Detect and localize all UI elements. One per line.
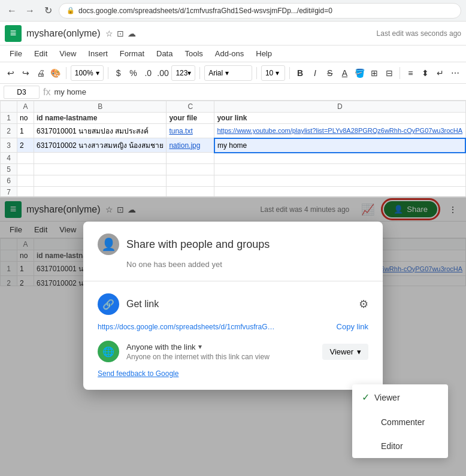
zoom-dropdown[interactable]: 100%▾ <box>71 65 104 81</box>
toolbar-sep-6 <box>400 67 400 79</box>
cell-d2[interactable]: https://www.youtube.com/playlist?list=PL… <box>214 124 465 138</box>
strikethrough-button[interactable]: S <box>323 65 336 81</box>
cell-b4[interactable] <box>34 153 167 164</box>
cell-d4[interactable] <box>214 153 465 164</box>
cell-a2[interactable]: 1 <box>17 124 34 138</box>
currency-button[interactable]: $ <box>112 65 125 81</box>
cell-c6[interactable] <box>167 175 214 187</box>
cell-c7[interactable] <box>167 187 214 198</box>
cell-b7[interactable] <box>34 187 167 198</box>
link-url[interactable]: https://docs.google.com/spreadsheets/d/1… <box>98 323 277 331</box>
cell-a5[interactable] <box>17 164 34 175</box>
dropdown-item-viewer[interactable]: ✓ Viewer <box>352 384 448 410</box>
back-button[interactable]: ← <box>5 4 19 18</box>
cell-d3[interactable]: my home <box>214 138 465 153</box>
cloud-icon[interactable]: ☁ <box>128 29 136 38</box>
col-header-a[interactable]: A <box>17 101 34 113</box>
star-icon[interactable]: ☆ <box>105 29 113 38</box>
menu-help[interactable]: Help <box>251 48 277 59</box>
check-icon: ✓ <box>362 392 370 403</box>
move-icon[interactable]: ⊡ <box>117 29 124 38</box>
borders-button[interactable]: ⊞ <box>368 65 381 81</box>
anyone-row: 🌐 Anyone with the link ▾ Anyone on the i… <box>98 341 368 362</box>
settings-button[interactable]: ⚙ <box>359 298 368 311</box>
dropdown-item-editor[interactable]: Editor <box>352 434 448 458</box>
format-dropdown[interactable]: 123▾ <box>171 65 195 81</box>
row-num-2: 2 <box>1 124 17 138</box>
col-header-c[interactable]: C <box>167 101 214 113</box>
menu-edit[interactable]: Edit <box>29 48 52 59</box>
menu-tools[interactable]: Tools <box>180 48 207 59</box>
decimal1-button[interactable]: .0 <box>142 65 155 81</box>
anyone-dropdown-arrow[interactable]: ▾ <box>198 342 202 351</box>
print-button[interactable]: 🖨 <box>35 65 47 81</box>
refresh-button[interactable]: ↻ <box>41 4 55 18</box>
menu-addons[interactable]: Add-ons <box>210 48 249 59</box>
menu-insert[interactable]: Insert <box>83 48 113 59</box>
cell-ref[interactable]: D3 <box>4 86 40 99</box>
cell-c2[interactable]: tuna.txt <box>167 124 214 138</box>
cell-c4[interactable] <box>167 153 214 164</box>
bold-button[interactable]: B <box>294 65 307 81</box>
merge-button[interactable]: ⊟ <box>383 65 395 81</box>
percent-button[interactable]: % <box>127 65 140 81</box>
size-dropdown[interactable]: 10▾ <box>261 65 285 81</box>
cell-c1[interactable]: your file <box>167 113 214 124</box>
table-row: 1 no id name-lastname your file your lin… <box>1 113 466 124</box>
cell-d1[interactable]: your link <box>214 113 465 124</box>
copy-link-button[interactable]: Copy link <box>337 322 368 331</box>
lock-icon: 🔒 <box>66 7 75 14</box>
viewer-dropdown-button[interactable]: Viewer ▾ <box>322 344 368 360</box>
cell-a7[interactable] <box>17 187 34 198</box>
last-edit-top: Last edit was seconds ago <box>377 29 461 38</box>
toolbar-sep-5 <box>289 67 290 79</box>
cell-a4[interactable] <box>17 153 34 164</box>
feedback-anchor[interactable]: Send feedback to Google <box>98 369 178 378</box>
col-header-d[interactable]: D <box>214 101 465 113</box>
menu-data[interactable]: Data <box>152 48 177 59</box>
col-header-b[interactable]: B <box>34 101 167 113</box>
more-button[interactable]: ⋯ <box>449 65 461 81</box>
table-row: 2 1 6317010001 นายสมปอง สมประสงค์ tuna.t… <box>1 124 466 138</box>
valign-button[interactable]: ⬍ <box>419 65 432 81</box>
redo-button[interactable]: ↪ <box>20 65 32 81</box>
menu-file[interactable]: File <box>5 48 27 59</box>
cell-a6[interactable] <box>17 175 34 187</box>
top-sheet-section: ← → ↻ 🔒 docs.google.com/spreadsheets/d/1… <box>0 0 466 198</box>
align-button[interactable]: ≡ <box>404 65 417 81</box>
cell-b2[interactable]: 6317010001 นายสมปอง สมประสงค์ <box>34 124 167 138</box>
address-text: docs.google.com/spreadsheets/d/1cmfvusfr… <box>78 7 332 15</box>
menu-bar-top: File Edit View Insert Format Data Tools … <box>0 46 466 62</box>
dropdown-item-commenter[interactable]: Commenter <box>352 410 448 434</box>
cell-a3[interactable]: 2 <box>17 138 34 153</box>
viewer-label: Viewer <box>329 347 353 356</box>
spreadsheet-top: A B C D 1 no id name-lastname your file … <box>0 101 466 198</box>
wrap-button[interactable]: ↵ <box>434 65 446 81</box>
menu-view[interactable]: View <box>55 48 81 59</box>
cell-d6[interactable] <box>214 175 465 187</box>
cell-c5[interactable] <box>167 164 214 175</box>
decimal2-button[interactable]: .00 <box>157 65 170 81</box>
underline-button[interactable]: A <box>338 65 351 81</box>
cell-b6[interactable] <box>34 175 167 187</box>
bottom-sheet-section: ≡ myshare(onlyme) ☆ ⊡ ☁ Last edit was 4 … <box>0 198 466 476</box>
address-bar[interactable]: 🔒 docs.google.com/spreadsheets/d/1cmfvus… <box>59 3 461 19</box>
italic-button[interactable]: I <box>308 65 321 81</box>
feedback-link[interactable]: Send feedback to Google <box>98 362 368 378</box>
row-num-1: 1 <box>1 113 17 124</box>
cell-d7[interactable] <box>214 187 465 198</box>
cell-b1[interactable]: id name-lastname <box>34 113 167 124</box>
forward-button[interactable]: → <box>23 4 37 18</box>
cell-a1[interactable]: no <box>17 113 34 124</box>
font-dropdown[interactable]: Arial▾ <box>204 65 252 81</box>
table-row: 4 <box>1 153 466 164</box>
fill-color-button[interactable]: 🪣 <box>353 65 366 81</box>
anyone-main-label[interactable]: Anyone with the link <box>126 342 196 351</box>
menu-format[interactable]: Format <box>115 48 149 59</box>
undo-button[interactable]: ↩ <box>5 65 17 81</box>
cell-d5[interactable] <box>214 164 465 175</box>
cell-b3[interactable]: 6317010002 นางสาวสมหญิง น้องสมชาย <box>34 138 167 153</box>
cell-b5[interactable] <box>34 164 167 175</box>
cell-c3[interactable]: nation.jpg <box>167 138 214 153</box>
paint-format-button[interactable]: 🎨 <box>49 65 62 81</box>
